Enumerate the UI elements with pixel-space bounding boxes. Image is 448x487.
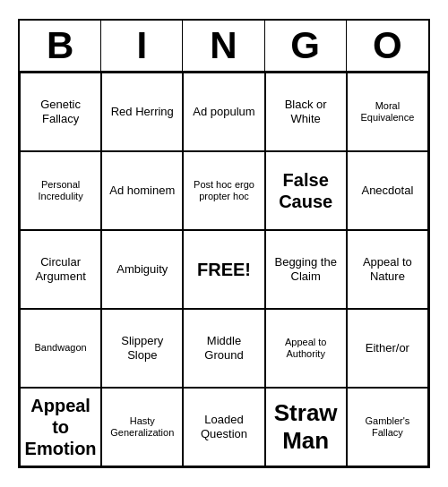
bingo-cell: Appeal to Emotion	[20, 388, 101, 466]
bingo-cell: Personal Incredulity	[20, 151, 101, 230]
bingo-cell: Loaded Question	[183, 388, 264, 466]
bingo-cell: Middle Ground	[183, 309, 264, 388]
bingo-cell: Ad populum	[183, 73, 264, 151]
bingo-cell: Ad hominem	[101, 151, 183, 230]
bingo-grid: Genetic FallacyRed HerringAd populumBlac…	[20, 73, 428, 466]
bingo-cell: Appeal to Authority	[265, 309, 347, 388]
header-letter: B	[20, 21, 101, 71]
header-letter: I	[101, 21, 183, 71]
bingo-card: BINGO Genetic FallacyRed HerringAd popul…	[18, 19, 430, 468]
bingo-cell: Slippery Slope	[101, 309, 183, 388]
bingo-cell: Either/or	[347, 309, 428, 388]
bingo-cell: Hasty Generalization	[101, 388, 183, 466]
bingo-cell: FREE!	[183, 230, 264, 309]
header-letter: G	[265, 21, 347, 71]
bingo-cell: Appeal to Nature	[347, 230, 428, 309]
bingo-cell: Post hoc ergo propter hoc	[183, 151, 264, 230]
bingo-cell: Gambler's Fallacy	[347, 388, 428, 466]
header-letter: N	[183, 21, 264, 71]
header-letter: O	[347, 21, 428, 71]
bingo-cell: Bandwagon	[20, 309, 101, 388]
bingo-cell: Black or White	[265, 73, 347, 151]
bingo-cell: Circular Argument	[20, 230, 101, 309]
bingo-header: BINGO	[20, 21, 428, 73]
bingo-cell: Begging the Claim	[265, 230, 347, 309]
bingo-cell: Moral Equivalence	[347, 73, 428, 151]
bingo-cell: Red Herring	[101, 73, 183, 151]
bingo-cell: Genetic Fallacy	[20, 73, 101, 151]
bingo-cell: False Cause	[265, 151, 347, 230]
bingo-cell: Straw Man	[265, 388, 347, 466]
bingo-cell: Anecdotal	[347, 151, 428, 230]
bingo-cell: Ambiguity	[101, 230, 183, 309]
